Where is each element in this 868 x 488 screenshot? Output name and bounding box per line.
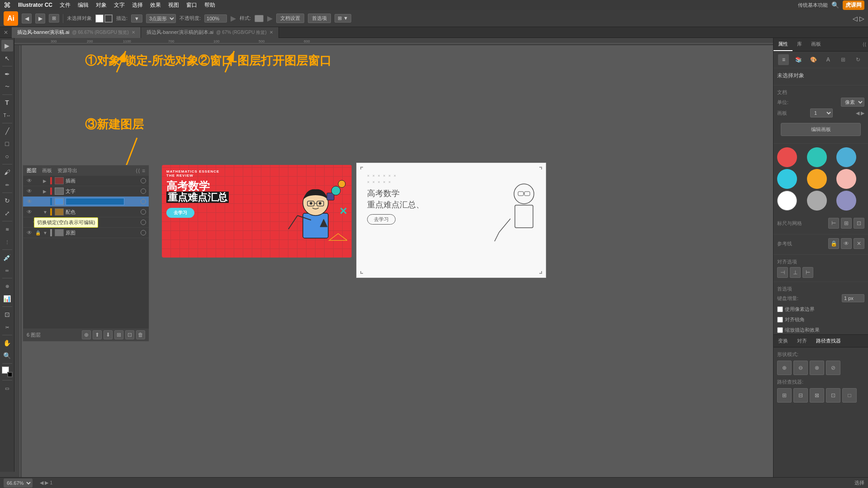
snap-pixel-checkbox-label[interactable]: 使用像素边界 [777,306,864,313]
swatch-cyan[interactable] [777,169,797,189]
pen-tool[interactable]: ✒ [1,68,13,80]
rotate-tool[interactable]: ↻ [1,195,13,206]
tab-library[interactable]: 库 [793,38,807,51]
properties-icon[interactable]: ≡ [778,54,789,65]
tab-1[interactable]: 插边风-banner演示稿.ai @ 66.67% (RGB/GPU 预览) ✕ [12,27,141,38]
layer-lock-icon6[interactable]: 🔒 [35,229,41,236]
paintbrush-tool[interactable]: 🖌 [1,166,13,178]
tab-1-close[interactable]: ✕ [132,30,135,35]
swatch-pink[interactable] [836,169,856,189]
boards-tab[interactable]: 画板 [42,167,52,174]
view-mode-btn[interactable]: ⊞ [49,14,59,23]
minus-front-btn[interactable]: ⊖ [793,361,808,375]
style-swatch[interactable] [255,15,264,22]
unite-btn[interactable]: ⊕ [777,361,792,375]
layer-down-btn[interactable]: ⬇ [104,330,113,339]
artboard-select[interactable]: 1 [810,108,833,117]
menu-help[interactable]: 帮助 [204,1,215,9]
column-graph-tool[interactable]: 📊 [1,293,13,305]
merge-btn[interactable]: ⊠ [810,388,824,403]
swatch-teal[interactable] [807,147,827,167]
apple-menu[interactable]: ⌘ [4,1,11,9]
type-tool[interactable]: T [1,97,13,108]
nav-btn-right[interactable]: ▷ [859,15,864,22]
panel-menu-btn[interactable]: ≡ [142,168,145,174]
stroke-selector[interactable]: ▼ [131,14,142,23]
guide-show-icon[interactable]: 👁 [841,238,852,249]
curvature-tool[interactable]: 〜 [1,81,13,93]
layer-item-text[interactable]: 👁 ▶ 文字 [23,186,149,197]
selection-tool[interactable]: ▶ [1,40,13,52]
duplicate-layer-btn[interactable]: ⊡ [125,330,134,339]
layer-eye-icon[interactable]: 👁 [26,177,33,184]
crop-btn[interactable]: ⊡ [826,388,840,403]
exclude-btn[interactable]: ⊘ [826,361,840,375]
layer-eye-icon2[interactable]: 👁 [26,188,33,195]
keyboard-increment-input[interactable] [842,294,864,302]
fill-color[interactable] [95,14,104,23]
panel-collapse[interactable]: ⟨⟨ [863,42,866,47]
intersect-btn[interactable]: ⊗ [810,361,824,375]
layer-lock-icon2[interactable] [35,188,41,195]
doc-settings-btn[interactable]: 文档设置 [276,14,304,23]
touch-type-tool[interactable]: T↔ [1,109,13,121]
history-back[interactable]: ◀ [22,14,32,23]
hand-tool[interactable]: ✋ [1,337,13,349]
ruler-icon[interactable]: ⊢ [828,218,839,229]
menu-file[interactable]: 文件 [60,1,71,9]
symbol-tool[interactable]: ⊛ [1,280,13,292]
menu-effect[interactable]: 效果 [150,1,161,9]
guide-clear-icon[interactable]: ✕ [854,238,864,249]
layer-item-original[interactable]: 👁 🔒 ▼ 原图 [23,228,149,238]
grid-options-icon[interactable]: ⊡ [854,218,864,229]
swatch-white[interactable] [777,191,797,211]
tab-artboards[interactable]: 画板 [807,38,826,51]
layer-lock-icon3[interactable] [35,198,41,205]
slice-tool[interactable]: ✂ [1,321,13,333]
layers-tab[interactable]: 图层 [27,167,37,174]
panel-collapse-btn[interactable]: ⟨⟨ [136,168,140,174]
align-right-edge[interactable]: ⊢ [802,267,813,278]
outline-btn[interactable]: □ [842,388,857,403]
tab-transform[interactable]: 变换 [774,335,793,347]
zoom-tool[interactable]: 🔍 [1,350,13,361]
direct-select-tool[interactable]: ↖ [1,52,13,64]
layer-lock-icon4[interactable] [35,208,41,216]
snap-corner-checkbox[interactable] [777,317,783,323]
warp-tool[interactable]: ≋ [1,223,13,235]
swatch-blue[interactable] [836,147,856,167]
zoom-selector[interactable]: 66.67% [4,479,33,488]
layer-eye-icon4[interactable]: 👁 [26,208,33,216]
snap-effects-checkbox[interactable] [777,327,783,333]
edit-template-btn[interactable]: 编辑画板 [781,123,861,136]
layer-item-color[interactable]: 👁 ▼ 配色 [23,207,149,217]
blend-tool[interactable]: ∞ [1,264,13,276]
guide-lock-icon[interactable]: 🔒 [828,238,839,249]
snap-effects-checkbox-label[interactable]: 缩放描边和效果 [777,327,864,333]
trim-btn[interactable]: ⊟ [793,388,808,403]
width-tool[interactable]: ⋮ [1,236,13,248]
layer-name-new[interactable] [66,198,139,205]
layer-name-input[interactable] [66,198,124,205]
swatch-red[interactable] [777,147,797,167]
history-fwd[interactable]: ▶ [35,14,45,23]
align-center-h[interactable]: ⊥ [790,267,801,278]
stroke-color[interactable] [104,14,113,23]
layer-eye-icon3[interactable]: 👁 [26,198,33,205]
snap-pixel-checkbox[interactable] [777,306,783,312]
unit-select[interactable]: 像素 [841,98,864,107]
tab-properties[interactable]: 属性 [774,38,793,51]
tab-align[interactable]: 对齐 [793,335,811,347]
eyedropper-tool[interactable]: 💉 [1,252,13,263]
search-icon[interactable]: 🔍 [831,1,839,9]
artboard-tool[interactable]: ⊡ [1,309,13,320]
transform-icon[interactable]: ↻ [853,54,863,65]
layer-options-btn[interactable]: ⬆ [93,330,102,339]
export-tab[interactable]: 资源导出 [57,167,77,174]
menu-window[interactable]: 窗口 [186,1,197,9]
rect-tool[interactable]: □ [1,138,13,150]
tab-pathfinder[interactable]: 路径查找器 [811,335,845,347]
menu-text[interactable]: 文字 [114,1,125,9]
align-icon[interactable]: ⊞ [838,54,849,65]
menu-select[interactable]: 选择 [132,1,143,9]
